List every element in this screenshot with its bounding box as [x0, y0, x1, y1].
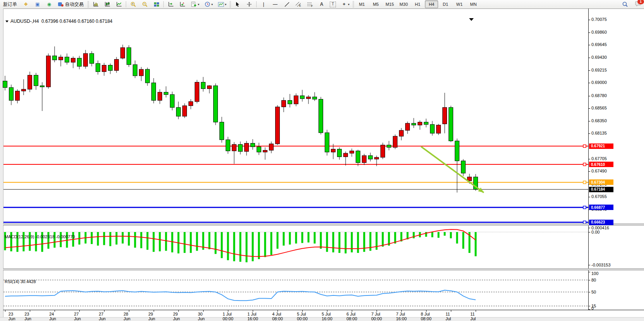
text-tool-button[interactable]: A [316, 0, 327, 9]
periods-button[interactable]: ▾ [202, 0, 215, 9]
auto-trading-button[interactable]: 自动交易 [55, 0, 87, 9]
cursor-icon [234, 1, 241, 7]
zoom-out-icon [141, 1, 148, 7]
macd-axis-label: 0.000416 [591, 225, 609, 230]
rsi-tick [588, 280, 590, 280]
new-order-button[interactable]: 新订单 [0, 0, 20, 9]
time-axis-label: 1 Jul 16:00 [247, 312, 258, 321]
price-tick [588, 108, 590, 109]
zoom-out-button[interactable] [139, 0, 151, 9]
time-axis-label: 6 Jul 08:00 [346, 312, 357, 321]
timeframe-button-w1[interactable]: W1 [453, 0, 466, 8]
price-tick-label: 0.68565 [591, 106, 607, 110]
timeframe-button-h4[interactable]: H4 [425, 0, 438, 8]
time-axis-label: 27 Jun 16:00 [99, 312, 110, 321]
bar-chart-icon [92, 1, 99, 7]
channel-tool-button[interactable]: E [293, 0, 304, 9]
time-axis-label: 27 Jun 00:00 [74, 312, 85, 321]
toolbar-grip [87, 1, 89, 7]
macd-axis-label: 0.00 [591, 230, 599, 234]
tile-windows-icon [153, 1, 160, 7]
timeframe-button-m30[interactable]: M30 [397, 0, 410, 8]
fibonacci-tool-button[interactable]: F [304, 0, 316, 9]
data-window-button[interactable]: ▣ [32, 0, 43, 9]
auto-scroll-button[interactable] [165, 0, 176, 9]
search-icon [622, 1, 629, 7]
price-level-badge: 0.67921 [589, 143, 613, 149]
price-tick-label: 0.69000 [591, 80, 607, 85]
price-tick-label: 0.67705 [591, 156, 607, 161]
chart-area[interactable]: AUDUSD-,H4 0.67396 0.67446 0.67160 0.671… [0, 9, 644, 318]
template-icon [218, 1, 224, 7]
time-axis-label: 7 Jul 00:00 [371, 312, 382, 321]
chart-dropdown-icon[interactable] [5, 20, 9, 22]
market-watch-button[interactable]: ❖ [20, 0, 32, 9]
timeframe-button-h1[interactable]: H1 [411, 0, 424, 8]
periods-dropdown-caret: ▾ [211, 3, 213, 6]
time-axis-label: 5 Jul 00:00 [297, 312, 308, 321]
price-tick-label: 0.68780 [591, 93, 607, 98]
time-axis-label: 1 Jul 00:00 [223, 312, 233, 321]
time-axis-label: 29 Jun 16:00 [173, 312, 184, 321]
price-tick [588, 20, 590, 20]
vertical-line-tool-button[interactable]: | [258, 0, 269, 9]
horizontal-line-tool-button[interactable]: — [269, 0, 281, 9]
timeframe-button-m15[interactable]: M15 [383, 0, 396, 8]
price-level-badge: 0.66623 [589, 220, 613, 225]
timeframe-button-m1[interactable]: M1 [355, 0, 368, 8]
label-tool-button[interactable]: T [327, 0, 338, 9]
timeframe-button-m5[interactable]: M5 [369, 0, 382, 8]
chart-shift-marker[interactable] [469, 18, 474, 21]
crosshair-tool-button[interactable] [243, 0, 255, 9]
indicators-button[interactable]: ▾ [188, 0, 202, 9]
templates-button[interactable]: ▾ [215, 0, 229, 9]
price-tick-label: 0.70075 [591, 17, 607, 22]
timeframe-button-mn[interactable]: MN [467, 0, 480, 8]
bar-chart-button[interactable] [90, 0, 101, 9]
macd-indicator-label: MACD(12,26,9) -0.002318 -0.000770 [5, 234, 75, 239]
cursor-tool-button[interactable] [232, 0, 243, 9]
rsi-axis-label: 0 [591, 306, 594, 311]
zoom-in-button[interactable] [127, 0, 139, 9]
time-axis-label: 4 Jul 08:00 [272, 312, 283, 321]
pane-separator-macd-rsi[interactable] [3, 268, 644, 270]
rsi-tick [588, 309, 590, 310]
price-tick [588, 96, 590, 96]
macd-tick [588, 228, 590, 228]
shapes-tool-button[interactable]: ✦ ▾ [338, 0, 352, 9]
indicators-dropdown-caret: ▾ [198, 3, 199, 6]
price-tick [588, 32, 590, 33]
pane-separator-main-macd[interactable] [3, 224, 644, 225]
tile-windows-button[interactable] [151, 0, 162, 9]
time-tick [5, 310, 5, 312]
chart-shift-button[interactable] [176, 0, 188, 9]
svg-text:E: E [299, 4, 301, 7]
equidistant-channel-icon: E [295, 1, 302, 7]
svg-text:F: F [311, 5, 313, 7]
time-axis-label: 23 Jun 16:00 [24, 312, 35, 321]
time-axis-label: 8 Jul 08:00 [421, 312, 432, 321]
price-tick [588, 45, 590, 45]
chart-symbol-period: AUDUSD-,H4 [10, 19, 39, 24]
trendline-icon [283, 1, 290, 7]
time-axis-label: 7 Jul 16:00 [396, 312, 407, 321]
price-tick [588, 197, 590, 197]
line-chart-button[interactable] [113, 0, 125, 9]
chat-button[interactable]: 1 [635, 1, 642, 8]
toolbar-grip [353, 1, 354, 7]
chart-bottom-border [3, 310, 644, 310]
trendline-tool-button[interactable] [281, 0, 293, 9]
candlestick-chart-button[interactable] [101, 0, 113, 9]
price-tick [588, 171, 590, 172]
navigator-button[interactable]: ◉ [43, 0, 55, 9]
price-tick [588, 58, 590, 58]
toolbar-grip [230, 1, 231, 7]
timeframe-button-d1[interactable]: D1 [439, 0, 452, 8]
search-button[interactable] [619, 0, 631, 9]
shapes-icon: ✦ [341, 1, 348, 7]
price-level-badge: 0.66877 [589, 205, 613, 210]
zoom-in-icon [130, 1, 137, 7]
new-order-label: 新订单 [2, 1, 18, 8]
time-axis-label: 11 Jul 00:00 [445, 312, 456, 321]
label-tool-icon: T [330, 2, 336, 7]
